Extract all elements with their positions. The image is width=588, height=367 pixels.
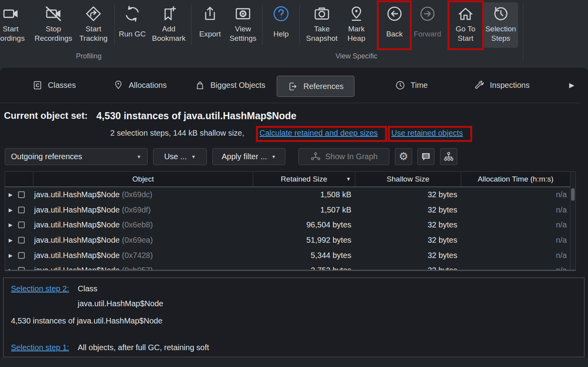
table-row[interactable]: ▶ java.util.HashMap$Node (0x6eb8) 96,504… [5,217,570,233]
shallow-size-cell: 32 bytes [355,220,461,229]
vertical-scrollbar[interactable] [570,172,575,270]
expand-arrow-icon[interactable]: ▶ [9,222,13,228]
expand-arrow-icon[interactable]: ▶ [9,253,13,258]
toolbar-group-profiling: Profiling [57,52,120,60]
tab-label: Inspections [490,81,530,90]
row-checkbox[interactable] [18,191,25,198]
row-checkbox[interactable] [18,267,25,271]
row-checkbox[interactable] [18,207,25,213]
export-button[interactable]: Export [196,3,224,39]
back-button[interactable]: Back [380,3,409,39]
run-gc-button[interactable]: Run GC [117,3,148,39]
add-comment-button[interactable] [417,148,435,165]
selection-details-text: 2 selection steps, 144 kB shallow size, [110,129,244,138]
camera-icon [313,3,331,24]
button-label: Mark [348,24,365,34]
reference-type-value: Outgoing references [11,152,82,161]
button-label: Tracking [79,34,108,43]
show-in-graph-button[interactable]: Show In Graph [298,148,389,165]
tab-time[interactable]: Time [395,68,428,103]
object-address: (0x69ea) [122,236,153,244]
stop-recordings-button[interactable]: Stop Recordings [32,3,75,43]
take-snapshot-button[interactable]: Take Snapshot [304,3,340,43]
expand-arrow-icon[interactable]: ▶ [9,192,13,198]
inspections-icon [474,80,485,91]
add-bookmark-button[interactable]: Add Bookmark [150,3,188,43]
view-settings-gear-button[interactable]: ⚙ [395,148,412,165]
table-row[interactable]: ▶ java.util.HashMap$Node (0xb957) 2,752 … [5,263,570,271]
start-tracking-button[interactable]: Start Tracking [75,3,112,43]
map-pin-icon [348,3,365,24]
calculate-retained-sizes-link[interactable]: Calculate retained and deep sizes [259,129,378,138]
selection-step-2-class: java.util.HashMap$Node [78,299,163,308]
table-row[interactable]: ▶ java.util.HashMap$Node (0x69ea) 51,992… [5,233,570,248]
use-button-label: Use ... [164,152,187,161]
expand-arrow-icon[interactable]: ▶ [9,267,13,271]
apply-filter-dropdown-button[interactable]: Apply filter ... ▼ [212,148,285,165]
help-button[interactable]: Help [267,3,295,39]
selection-steps-button[interactable]: Selection Steps [483,2,518,48]
selection-step-2-link[interactable]: Selection step 2: [11,284,69,293]
row-checkbox[interactable] [18,222,25,228]
reference-type-select[interactable]: Outgoing references ▼ [5,148,148,165]
expand-arrow-icon[interactable]: ▶ [9,237,13,243]
shallow-size-cell: 32 bytes [355,251,461,260]
mark-heap-button[interactable]: Mark Heap [342,3,371,43]
tab-inspections[interactable]: Inspections [474,68,530,103]
view-settings-button[interactable]: View Settings [226,3,259,43]
table-row[interactable]: ▶ java.util.HashMap$Node (0x69dc) 1,508 … [5,187,570,202]
chevron-down-icon: ▼ [137,154,141,160]
history-icon [492,3,509,24]
video-camera-icon [2,3,19,24]
window-bottom-strip [0,358,588,367]
tab-classes[interactable]: C Classes [32,68,76,103]
tab-label: Allocations [129,81,167,90]
selection-step-1-link[interactable]: Selection step 1: [11,343,69,352]
forward-button[interactable]: Forward [412,3,443,39]
column-header-expander[interactable] [5,172,33,187]
garbage-collect-icon [124,3,141,24]
button-label: Start [3,24,18,34]
tab-label: Classes [48,81,76,90]
shallow-size-cell: 32 bytes [355,190,461,199]
button-label: Back [386,29,403,39]
column-header-retained-size[interactable]: Retained Size▼ [253,172,355,187]
button-label: Add [162,24,175,34]
button-label: View [235,24,251,34]
column-header-shallow-size[interactable]: Shallow Size [355,172,461,187]
button-label: Start [86,24,101,34]
start-recordings-button[interactable]: Start cordings [0,3,32,43]
row-checkbox[interactable] [18,252,25,259]
button-label: Export [199,29,221,39]
tab-references[interactable]: References [277,76,354,97]
expand-arrow-icon[interactable]: ▶ [9,207,13,213]
allocations-icon [113,80,124,91]
table-header-row: Object Retained Size▼ Shallow Size Alloc… [5,172,570,187]
tab-label: Time [411,81,428,90]
button-label: Steps [491,34,510,43]
column-header-object[interactable]: Object [33,172,253,187]
current-object-set-label: Current object set: [4,110,88,122]
tabs-divider [0,103,580,103]
table-row[interactable]: ▶ java.util.HashMap$Node (0x69df) 1,507 … [5,202,570,218]
shallow-size-cell: 32 bytes [355,266,461,271]
tree-view-button[interactable] [440,148,457,165]
tab-allocations[interactable]: Allocations [113,68,167,103]
bookmark-plus-icon [160,3,177,24]
scrollbar-thumb[interactable] [571,188,575,201]
retained-size-cell: 2,752 bytes [253,266,355,271]
button-label: Forward [414,29,441,39]
screen-gear-icon [234,3,252,24]
tab-biggest-objects[interactable]: Biggest Objects [195,68,265,103]
export-share-icon [201,3,219,24]
go-to-start-button[interactable]: Go To Start [450,3,481,43]
use-retained-objects-link[interactable]: Use retained objects [391,129,463,138]
row-checkbox[interactable] [18,237,25,243]
allocation-time-cell: n/a [461,266,570,271]
column-header-allocation-time[interactable]: Allocation Time (h:m:s) [461,172,570,187]
references-icon [288,81,298,92]
table-row[interactable]: ▶ java.util.HashMap$Node (0x7428) 5,344 … [5,248,570,263]
ribbon-toolbar: Start cordings Stop Recordings Start Tra… [0,0,588,68]
use-dropdown-button[interactable]: Use ... ▼ [153,148,207,165]
tabs-overflow-chevron-icon[interactable]: ▶ [569,68,574,103]
